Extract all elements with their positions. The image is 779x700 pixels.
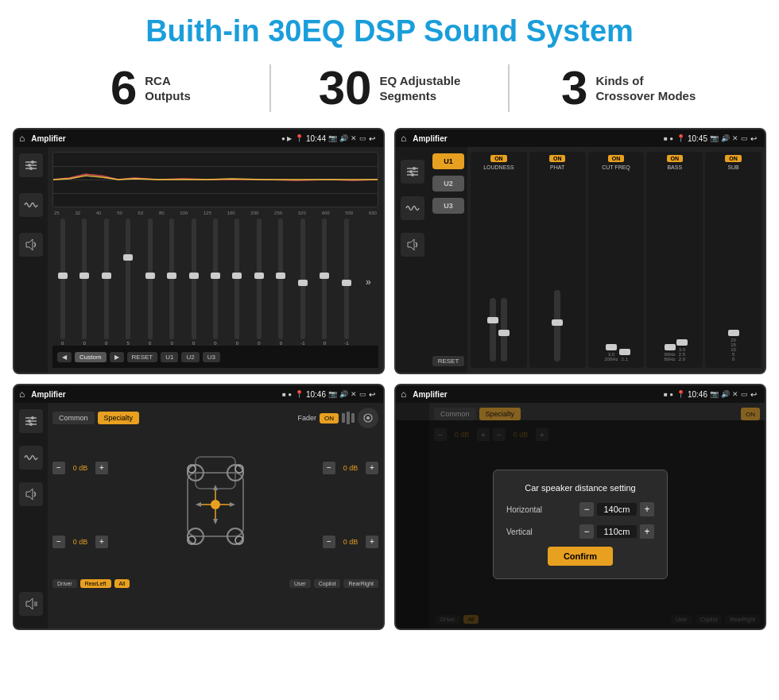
slider-thumb-2[interactable] (102, 273, 111, 279)
slider-thumb-8[interactable] (232, 273, 242, 279)
horizontal-minus-btn[interactable]: − (579, 502, 594, 516)
u1-button[interactable]: U1 (432, 153, 464, 169)
eq-prev-btn[interactable]: ◀ (57, 352, 72, 362)
slider-thumb-6[interactable] (189, 273, 199, 279)
sub-thumb[interactable] (728, 330, 739, 336)
slider-thumb-3[interactable] (123, 254, 133, 261)
nav-copilot-btn[interactable]: Copilot (314, 579, 341, 588)
eq-sidebar-icon-filter[interactable] (19, 153, 43, 177)
u-buttons-col: U1 U2 U3 RESET (429, 147, 467, 373)
slider-track-1[interactable] (82, 219, 87, 339)
sub-name: SUB (727, 164, 738, 170)
fader-tab-specialty[interactable]: Specialty (98, 412, 140, 424)
dialog-overlay: Car speaker distance setting Horizontal … (396, 420, 765, 628)
eq-sidebar-icon-speaker[interactable] (19, 233, 43, 257)
u2-button[interactable]: U2 (432, 176, 464, 191)
slider-track-0[interactable] (60, 219, 65, 339)
slider-thumb-10[interactable] (276, 273, 285, 279)
vertical-plus-btn[interactable]: + (640, 524, 654, 539)
back-icon-1[interactable]: ↩ (369, 134, 375, 143)
loudness-slider-2[interactable] (501, 298, 507, 362)
slider-track-9[interactable] (257, 219, 262, 339)
slider-track-6[interactable] (192, 219, 196, 339)
fader-sidebar-icon-vol[interactable] (19, 592, 43, 616)
slider-thumb-7[interactable] (211, 273, 220, 279)
eq-preset-btn[interactable]: Custom (75, 352, 107, 362)
svg-point-17 (28, 420, 31, 423)
slider-thumb-12[interactable] (320, 273, 329, 279)
crossover-sidebar-icon-speaker[interactable] (401, 233, 424, 257)
db-minus-rr[interactable]: − (323, 536, 335, 548)
crossover-reset-btn[interactable]: RESET (432, 356, 464, 366)
slider-track-2[interactable] (104, 219, 109, 339)
nav-rearleft-btn[interactable]: RearLeft (80, 579, 111, 588)
db-minus-fl[interactable]: − (52, 462, 65, 474)
home-icon-1[interactable]: ⌂ (19, 133, 25, 144)
slider-track-7[interactable] (213, 219, 218, 339)
bass-g-thumb[interactable] (676, 339, 688, 346)
home-icon-3[interactable]: ⌂ (19, 389, 25, 400)
phat-slider[interactable] (554, 290, 560, 362)
fader-tab-common[interactable]: Common (52, 412, 95, 424)
sub-col: G 20 15 10 5 0 (731, 331, 737, 362)
db-minus-fr[interactable]: − (323, 462, 335, 474)
crossover-sidebar-icon-wave[interactable] (401, 196, 424, 220)
dialog-confirm-btn[interactable]: Confirm (548, 547, 613, 566)
slider-thumb-9[interactable] (254, 273, 264, 279)
db-minus-rl[interactable]: − (52, 536, 65, 548)
nav-user-btn[interactable]: User (289, 579, 311, 588)
eq-sidebar-icon-wave[interactable] (19, 193, 43, 217)
fader-bar-1 (342, 413, 345, 423)
back-icon-4[interactable]: ↩ (750, 390, 757, 399)
eq-u3-btn[interactable]: U3 (203, 352, 220, 362)
home-icon-4[interactable]: ⌂ (401, 389, 406, 400)
slider-track-11[interactable] (300, 219, 305, 339)
loudness-thumb-2[interactable] (498, 330, 510, 336)
nav-all-btn[interactable]: All (114, 579, 130, 588)
slider-thumb-4[interactable] (145, 273, 155, 279)
settings-circle-icon[interactable] (358, 408, 378, 428)
vertical-minus-btn[interactable]: − (579, 524, 594, 539)
slider-track-10[interactable] (278, 219, 283, 339)
slider-track-12[interactable] (322, 219, 327, 339)
db-plus-rl[interactable]: + (95, 536, 108, 548)
db-plus-rr[interactable]: + (366, 536, 378, 548)
fader-sidebar-icon-filter[interactable] (19, 409, 43, 433)
bass-f-thumb[interactable] (665, 344, 676, 350)
slider-thumb-0[interactable] (58, 273, 68, 279)
slider-track-5[interactable] (169, 219, 174, 339)
slider-thumb-13[interactable] (342, 280, 351, 286)
cutfreq-f-thumb[interactable] (619, 349, 630, 355)
cutfreq-g-thumb[interactable] (606, 344, 617, 350)
slider-track-8[interactable] (234, 219, 239, 339)
expand-icon[interactable]: » (366, 277, 371, 288)
nav-rearright-btn[interactable]: RearRight (343, 579, 378, 588)
back-icon-2[interactable]: ↩ (750, 134, 757, 143)
eq-reset-btn[interactable]: RESET (127, 352, 158, 362)
crossover-sidebar-icon-filter[interactable] (401, 160, 424, 184)
back-icon-3[interactable]: ↩ (369, 390, 375, 399)
phat-thumb[interactable] (552, 319, 563, 326)
slider-track-4[interactable] (148, 219, 153, 339)
slider-thumb-11[interactable] (298, 280, 308, 286)
slider-thumb-1[interactable] (79, 273, 89, 279)
eq-play-btn[interactable]: ▶ (110, 352, 124, 362)
u3-button[interactable]: U3 (432, 198, 464, 214)
db-plus-fl[interactable]: + (95, 462, 108, 474)
fader-sidebar (14, 403, 48, 628)
loudness-slider-1[interactable] (490, 298, 496, 362)
fader-sidebar-icon-wave[interactable] (19, 446, 43, 470)
nav-driver-btn[interactable]: Driver (52, 579, 77, 588)
fader-on-button[interactable]: ON (320, 413, 339, 423)
eq-u2-btn[interactable]: U2 (181, 352, 199, 362)
home-icon-2[interactable]: ⌂ (401, 133, 406, 144)
eq-u1-btn[interactable]: U1 (161, 352, 178, 362)
slider-track-13[interactable] (344, 219, 349, 339)
loudness-thumb-1[interactable] (487, 317, 498, 323)
slider-thumb-5[interactable] (167, 273, 176, 279)
slider-track-3[interactable] (126, 219, 130, 339)
db-plus-fr[interactable]: + (366, 462, 378, 474)
horizontal-plus-btn[interactable]: + (640, 502, 654, 516)
fader-sidebar-icon-speaker[interactable] (19, 482, 43, 506)
svg-point-26 (366, 416, 370, 420)
